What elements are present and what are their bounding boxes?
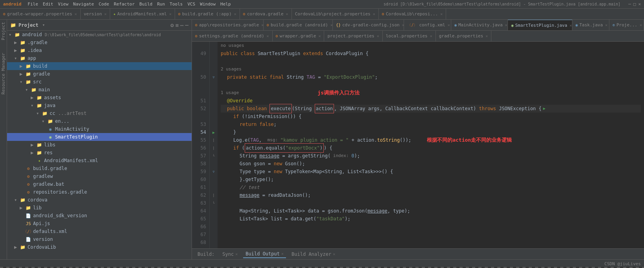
sidebar-settings-icon[interactable]: ⚙ (170, 22, 173, 28)
tree-defaults-xml-file[interactable]: 〈/〉 defaults.xml (7, 227, 192, 235)
tab-close-2[interactable]: ✕ (169, 12, 172, 16)
tree-build-gradle-file[interactable]: ⚙ build.gradle (7, 164, 192, 172)
tab-cdv-gradle-config[interactable]: {} cdv-gradle-config.json ✕ (333, 20, 404, 30)
tree-main-folder[interactable]: ▾ 📁 main (7, 86, 192, 94)
bat-icon: ⚙ (25, 181, 31, 187)
tree-root-android[interactable]: ▾ 📁 android D:\01work_file\05demo\smartT… (7, 31, 192, 39)
menu-code[interactable]: Code (99, 2, 109, 7)
minimize-btn[interactable]: ─ (628, 2, 631, 7)
bottom-tab-build-analyzer[interactable]: Build Analyzer ✕ (289, 251, 338, 258)
tab-build-gradle-app[interactable]: ⚙ build.gradle (:app) ✕ (175, 9, 240, 19)
tree-smarttestplugin-file[interactable]: ◉ SmartTestPlugin (7, 133, 192, 141)
tab-task-java[interactable]: ◉ Task.java ✕ (572, 20, 609, 30)
tree-mainactivity-file[interactable]: ◉ MainActivity (7, 125, 192, 133)
tab-close-wrapper[interactable]: ✕ (318, 34, 321, 38)
tree-en-folder[interactable]: ▾ 📁 en... (7, 117, 192, 125)
tree-libs-folder[interactable]: ▶ 📁 libs (7, 141, 192, 149)
close-btn[interactable]: ✕ (638, 2, 641, 7)
tab-smarttestplugin[interactable]: ◉ SmartTestPlugin.java ✕ (508, 20, 572, 30)
menu-window[interactable]: Window (200, 2, 216, 7)
tab-gradle-wrapper[interactable]: ⚙ gradle-wrapper.properties ✕ (0, 9, 81, 19)
tab-version[interactable]: version ✕ (81, 9, 110, 19)
tab-build-gradle-android[interactable]: ⚙ build.gradle (android) ✕ (264, 20, 333, 30)
menu-navigate[interactable]: Navigate (73, 2, 94, 7)
tab-close-1[interactable]: ✕ (104, 12, 107, 16)
tree-res-folder[interactable]: ▶ 📁 res (7, 149, 192, 157)
tab-close-0[interactable]: ✕ (75, 12, 77, 16)
tab-proje[interactable]: ⊕ Proje... ✕ (609, 20, 644, 30)
tab-close-config[interactable]: ✕ (448, 23, 450, 27)
tab-cordova-gradle[interactable]: ⚙ cordova.gradle ✕ (240, 9, 292, 19)
bottom-tab-build-output[interactable]: Build Output ✕ (243, 250, 286, 258)
code-content[interactable]: no usages public class SmartTestPlugin e… (218, 42, 644, 248)
resource-manager-label[interactable]: Resource Manager (0, 50, 7, 97)
menu-build[interactable]: Build (139, 2, 152, 7)
sidebar-dropdown-arrow[interactable]: ▾ (42, 22, 45, 28)
bottom-tab-close-sync[interactable]: ✕ (235, 252, 238, 256)
tab-cordovalib-project[interactable]: CordovaLib\project.properties ✕ (292, 9, 379, 19)
tab-close-task[interactable]: ✕ (605, 23, 607, 27)
menu-help[interactable]: Help (220, 2, 231, 7)
code-line-56: return false; (221, 120, 641, 128)
bottom-tab-close-output[interactable]: ✕ (281, 251, 284, 256)
tree-lib-folder[interactable]: ▶ 📁 lib (7, 204, 192, 212)
tab-gradle-properties[interactable]: gradle.properties ✕ (436, 31, 492, 41)
tree-repositories-file[interactable]: ⚙ repositories.gradle (7, 188, 192, 196)
tree-cordovalib-folder[interactable]: ▶ 📁 CordovaLib (7, 243, 192, 251)
menu-view[interactable]: View (58, 2, 68, 7)
menu-edit[interactable]: Edit (43, 2, 54, 7)
menu-refactor[interactable]: Refactor (114, 2, 135, 7)
bottom-tab-sync[interactable]: Sync ✕ (220, 251, 240, 258)
project-panel-label[interactable]: Project (0, 20, 7, 43)
tree-assets-folder[interactable]: ▶ 📁 assets (7, 94, 192, 102)
tab-close-proj-props[interactable]: ✕ (377, 34, 379, 38)
bottom-tab-close-analyzer[interactable]: ✕ (333, 252, 335, 256)
run-gutter-icon[interactable]: ▶ (212, 130, 215, 135)
tree-cc-folder[interactable]: ▾ 📁 cc ...artTest (7, 109, 192, 117)
tab-config-xml[interactable]: 〈/〉 config.xml ✕ (404, 20, 451, 30)
menu-vcs[interactable]: VCS (187, 2, 195, 7)
tab-close-main[interactable]: ✕ (505, 23, 507, 27)
tree-api-js-file[interactable]: JS Api.js (7, 220, 192, 227)
tab-close-settings[interactable]: ✕ (267, 34, 269, 38)
menu-file[interactable]: File (28, 2, 38, 7)
tab-close-4[interactable]: ✕ (286, 12, 288, 16)
tab-close-5[interactable]: ✕ (373, 12, 375, 16)
tab-close-6[interactable]: ✕ (440, 12, 443, 16)
bottom-tab-build[interactable]: Build: (195, 251, 217, 258)
tree-cordova-folder[interactable]: ▾ 📁 cordova (7, 196, 192, 204)
tab-close-gradle-props[interactable]: ✕ (485, 34, 488, 38)
tree-src-folder[interactable]: ▾ 📁 src (7, 78, 192, 86)
tab-close-3[interactable]: ✕ (234, 12, 236, 16)
tab-settings-gradle[interactable]: ⚙ settings.gradle (android) ✕ (192, 31, 273, 41)
tab-app-repos[interactable]: ⚙ app\repositories.gradle ✕ (192, 20, 264, 30)
tree-app-folder[interactable]: ▾ 📁 app (7, 54, 192, 62)
tree-gradlew-file[interactable]: ⚙ gradlew (7, 172, 192, 180)
tab-androidmanifest[interactable]: ✦ AndroidManifest.xml ✕ (110, 9, 175, 19)
tab-local-properties[interactable]: local.properties ✕ (383, 31, 436, 41)
fold-icon2[interactable]: ▽ (213, 170, 215, 174)
tree-idea-folder[interactable]: ▶ 📁 .idea (7, 46, 192, 54)
tree-android-sdk-file[interactable]: 📄 android_sdk_version (7, 212, 192, 220)
tab-wrapper-gradle[interactable]: ⚙ wrapper.gradle ✕ (273, 31, 325, 41)
tree-java-folder[interactable]: ▾ 📁 java (7, 102, 192, 109)
fold-icon[interactable]: ▽ (213, 76, 215, 79)
tree-gradle-folder[interactable]: ▶ 📁 .gradle (7, 39, 192, 46)
tab-mainactivity[interactable]: ◉ MainActivity.java ✕ (451, 20, 508, 30)
sidebar-collapse-icon[interactable]: ≡ (175, 22, 179, 28)
tree-androidmanifest-file[interactable]: ✦ AndroidManifest.xml (7, 157, 192, 164)
tab-close-proje[interactable]: ✕ (640, 23, 642, 27)
sidebar-close-icon[interactable]: ─ (185, 22, 188, 28)
tab-close-local[interactable]: ✕ (430, 34, 432, 38)
tree-build-folder[interactable]: ▶ 📁 build (7, 62, 192, 70)
maximize-btn[interactable]: □ (633, 2, 636, 7)
tab-cordovalib-reposi[interactable]: ⚙ CordovaLib\reposi... ✕ (379, 9, 447, 19)
tab-project-properties[interactable]: project.properties ✕ (324, 31, 382, 41)
tree-gradle-app-folder[interactable]: ▶ 📁 gradle (7, 70, 192, 78)
tab-close-smart[interactable]: ✕ (570, 23, 572, 28)
sidebar-gear-icon[interactable]: ⋯ (180, 22, 183, 28)
tree-gradlew-bat-file[interactable]: ⚙ gradlew.bat (7, 180, 192, 188)
menu-tools[interactable]: Tools (170, 2, 183, 7)
tree-version-file[interactable]: 📄 version (7, 235, 192, 243)
menu-run[interactable]: Run (157, 2, 165, 7)
